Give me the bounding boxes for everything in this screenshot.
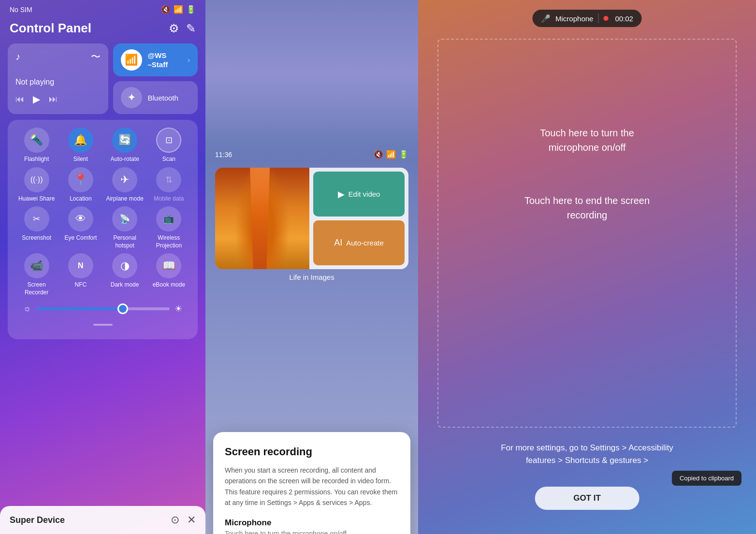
next-button[interactable]: ⏭ bbox=[49, 94, 58, 104]
toggle-dark-mode[interactable]: ◑ Dark mode bbox=[104, 253, 146, 296]
bluetooth-icon: ✦ bbox=[127, 91, 136, 104]
recording-time: 00:02 bbox=[615, 14, 633, 23]
mobile-data-icon: ⇅ bbox=[156, 167, 181, 192]
toggle-hotspot[interactable]: 📡 Personal hotspot bbox=[104, 206, 146, 249]
toggle-wireless-projection[interactable]: 📺 Wireless Projection bbox=[148, 206, 190, 249]
location-label: Location bbox=[70, 195, 91, 203]
signal-icon: 📶 bbox=[174, 5, 183, 14]
status-bar-2: 11:36 🔇 📶 🔋 bbox=[205, 145, 418, 163]
music-card[interactable]: ♪ 〜 Not playing ⏮ ▶ ⏭ bbox=[8, 43, 108, 114]
clipboard-text: Copied to clipboard bbox=[680, 475, 734, 482]
dark-mode-icon: ◑ bbox=[112, 253, 137, 278]
wireless-projection-icon: 📺 bbox=[156, 206, 181, 231]
huawei-share-icon: ((·)) bbox=[24, 167, 49, 192]
screen-recording-dialog: Screen recording When you start a screen… bbox=[213, 432, 410, 534]
control-panel-header: Control Panel ⚙ ✎ bbox=[0, 18, 205, 43]
rec-divider bbox=[598, 14, 598, 23]
gallery-preview: ▶ Edit video AI Auto-create bbox=[215, 168, 408, 269]
toggles-card: 🔦 Flashlight 🔔 Silent 🔄 Auto-rotate ⊡ Sc… bbox=[8, 120, 198, 339]
wifi-network-name: @WS–Staff bbox=[148, 51, 168, 70]
nfc-label: NFC bbox=[75, 281, 87, 289]
toggle-mobile-data[interactable]: ⇅ Mobile data bbox=[148, 167, 190, 203]
mute-icon: 🔇 bbox=[161, 5, 171, 14]
wifi-chevron-icon: › bbox=[188, 56, 190, 64]
wifi-bt-cards: 📶 @WS–Staff › ✦ Bluetooth bbox=[113, 43, 198, 114]
dialog-overlay: Screen recording When you start a screen… bbox=[205, 432, 418, 534]
super-device-target-icon[interactable]: ⊙ bbox=[171, 514, 179, 526]
accessibility-note: For more settings, go to Settings > Acce… bbox=[437, 442, 737, 466]
header-actions: ⚙ ✎ bbox=[169, 22, 196, 35]
location-icon: 📍 bbox=[68, 167, 93, 192]
music-note-icon: ♪ bbox=[15, 51, 20, 62]
ebook-icon: 📖 bbox=[156, 253, 181, 278]
edit-icon[interactable]: ✎ bbox=[186, 22, 196, 35]
screen-overlay-box bbox=[437, 39, 737, 428]
brightness-row: ☼ ☀ bbox=[15, 297, 190, 319]
microphone-title: Microphone bbox=[225, 518, 399, 528]
super-device-bar: Super Device ⊙ ✕ bbox=[0, 506, 205, 534]
edit-video-button[interactable]: ▶ Edit video bbox=[313, 172, 405, 216]
bluetooth-label: Bluetooth bbox=[148, 94, 178, 102]
touch-end-instruction[interactable]: Touch here to end the screen recording bbox=[418, 193, 756, 222]
toggle-eye-comfort[interactable]: 👁 Eye Comfort bbox=[59, 206, 102, 249]
got-it-label: GOT IT bbox=[573, 493, 601, 503]
expand-handle[interactable] bbox=[15, 319, 190, 332]
toggle-huawei-share[interactable]: ((·)) Huawei Share bbox=[15, 167, 58, 203]
ebook-label: eBook mode bbox=[153, 281, 185, 289]
mobile-data-label: Mobile data bbox=[154, 195, 184, 203]
dialog-description: When you start a screen recording, all c… bbox=[225, 465, 399, 508]
autorotate-icon: 🔄 bbox=[112, 128, 137, 153]
settings-icon[interactable]: ⚙ bbox=[169, 22, 179, 35]
status-icons: 🔇 📶 🔋 bbox=[161, 5, 196, 14]
dialog-title: Screen recording bbox=[225, 446, 399, 458]
wifi-card[interactable]: 📶 @WS–Staff › bbox=[113, 43, 198, 76]
bluetooth-card[interactable]: ✦ Bluetooth bbox=[113, 81, 198, 114]
got-it-button[interactable]: GOT IT bbox=[535, 487, 640, 510]
status-bar: No SIM 🔇 📶 🔋 bbox=[0, 0, 205, 18]
auto-create-button[interactable]: AI Auto-create bbox=[313, 220, 405, 265]
touch-mic-instruction[interactable]: Touch here to turn the microphone on/off bbox=[418, 126, 756, 155]
toggle-screenshot[interactable]: ✂ Screenshot bbox=[15, 206, 58, 249]
carrier-label: No SIM bbox=[10, 6, 32, 14]
toggle-screen-recorder[interactable]: 📹 Screen Recorder bbox=[15, 253, 58, 296]
scan-label: Scan bbox=[162, 156, 175, 163]
toggle-nfc[interactable]: N NFC bbox=[59, 253, 102, 296]
auto-create-label: Auto-create bbox=[346, 239, 384, 247]
toggle-scan[interactable]: ⊡ Scan bbox=[148, 128, 190, 163]
toggle-silent[interactable]: 🔔 Silent bbox=[59, 128, 102, 163]
super-device-close-icon[interactable]: ✕ bbox=[187, 514, 196, 526]
prev-button[interactable]: ⏮ bbox=[15, 94, 24, 104]
super-device-title: Super Device bbox=[10, 515, 65, 525]
toggle-flashlight[interactable]: 🔦 Flashlight bbox=[15, 128, 58, 163]
auto-create-icon: AI bbox=[334, 238, 342, 248]
nfc-icon: N bbox=[68, 253, 93, 278]
screenshot-icon: ✂ bbox=[24, 206, 49, 231]
wifi-icon: 📶 bbox=[125, 54, 138, 66]
toggle-autorotate[interactable]: 🔄 Auto-rotate bbox=[104, 128, 146, 163]
brightness-slider[interactable] bbox=[36, 307, 170, 310]
microphone-desc: Touch here to turn the microphone on/off bbox=[225, 530, 399, 534]
rec-mic-icon: 🎤 bbox=[541, 14, 551, 23]
gallery-caption: Life in Images bbox=[205, 269, 418, 287]
toggle-airplane[interactable]: ✈ Airplane mode bbox=[104, 167, 146, 203]
hotspot-label: Personal hotspot bbox=[104, 234, 146, 249]
autorotate-label: Auto-rotate bbox=[110, 156, 139, 163]
toggle-ebook[interactable]: 📖 eBook mode bbox=[148, 253, 190, 296]
edit-video-icon: ▶ bbox=[338, 189, 345, 200]
battery-icon: 🔋 bbox=[186, 5, 196, 14]
music-controls: ⏮ ▶ ⏭ bbox=[15, 93, 101, 105]
accessibility-text: For more settings, go to Settings > Acce… bbox=[501, 443, 673, 465]
eye-comfort-icon: 👁 bbox=[68, 206, 93, 231]
silent-label: Silent bbox=[73, 156, 88, 163]
flashlight-label: Flashlight bbox=[24, 156, 49, 163]
control-panel-screen: No SIM 🔇 📶 🔋 Control Panel ⚙ ✎ ♪ 〜 Not p… bbox=[0, 0, 205, 534]
toggle-location[interactable]: 📍 Location bbox=[59, 167, 102, 203]
control-panel-title: Control Panel bbox=[10, 21, 91, 36]
screenshot-label: Screenshot bbox=[22, 234, 51, 242]
wireless-projection-label: Wireless Projection bbox=[148, 234, 190, 249]
play-button[interactable]: ▶ bbox=[33, 93, 40, 105]
clipboard-toast: Copied to clipboard bbox=[672, 471, 741, 486]
gallery-actions: ▶ Edit video AI Auto-create bbox=[309, 168, 408, 269]
recording-screen: 🎤 Microphone 00:02 Touch here to turn th… bbox=[418, 0, 756, 534]
recording-indicator[interactable]: 🎤 Microphone 00:02 bbox=[532, 10, 642, 27]
